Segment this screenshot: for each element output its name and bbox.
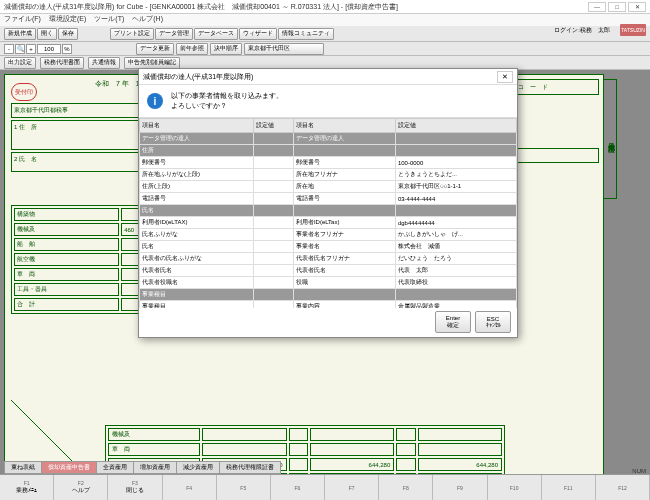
- loc-select[interactable]: 東京都千代田区: [244, 43, 324, 55]
- data-button[interactable]: データ管理: [155, 28, 193, 40]
- dialog-title: 減価償却の達人(平成31年度以降用): [143, 72, 253, 82]
- zoom-value[interactable]: 100: [37, 44, 61, 54]
- f11[interactable]: F11: [542, 475, 596, 500]
- tab-4[interactable]: 減少資産用: [176, 461, 220, 474]
- output-button[interactable]: 出力設定: [4, 57, 36, 69]
- zoom-out-button[interactable]: -: [4, 44, 14, 54]
- f5[interactable]: F5: [217, 475, 271, 500]
- menu-tool[interactable]: ツール(T): [94, 14, 124, 26]
- open-button[interactable]: 開く: [37, 28, 57, 40]
- print-button[interactable]: プリント設定: [110, 28, 154, 40]
- f6[interactable]: F6: [271, 475, 325, 500]
- tax-button[interactable]: 税務代理書面: [40, 57, 84, 69]
- minimize-button[interactable]: —: [588, 2, 606, 12]
- f9[interactable]: F9: [433, 475, 487, 500]
- zoom-controls: - 🔍 + 100 %: [4, 44, 72, 54]
- function-keys: F1業務ﾒﾆｭ F2ヘルプ F3閉じる F4 F5 F6 F7 F8 F9 F1…: [0, 474, 650, 500]
- maximize-button[interactable]: □: [608, 2, 626, 12]
- logo: TATSUZIN: [620, 24, 646, 36]
- zoom-in-button[interactable]: +: [26, 44, 36, 54]
- db-button[interactable]: データベース: [194, 28, 238, 40]
- f3[interactable]: F3閉じる: [108, 475, 162, 500]
- dialog-message: i 以下の事業者情報を取り込みます。よろしいですか？: [139, 85, 517, 118]
- prev-button[interactable]: 前年参照: [176, 43, 208, 55]
- f10[interactable]: F10: [488, 475, 542, 500]
- f1[interactable]: F1業務ﾒﾆｭ: [0, 475, 54, 500]
- zoom-fit-button[interactable]: 🔍: [15, 44, 25, 54]
- toolbar-1: 新規作成 開く 保存 プリント設定 データ管理 データベース ウィザード 情報コ…: [0, 26, 650, 42]
- shinkoku-button[interactable]: 申告先別諸員編記: [124, 57, 180, 69]
- stamp: 受付印: [11, 83, 37, 101]
- zoom-pct: %: [62, 44, 72, 54]
- tab-1[interactable]: 償却資産申告書: [41, 461, 97, 474]
- info-icon: i: [147, 93, 163, 109]
- enter-button[interactable]: Enter確定: [435, 311, 471, 333]
- status-num: NUM: [632, 468, 646, 474]
- common-button[interactable]: 共通情報: [88, 57, 120, 69]
- dialog-titlebar: 減価償却の達人(平成31年度以降用) ✕: [139, 69, 517, 85]
- close-button[interactable]: ✕: [628, 2, 646, 12]
- menubar: ファイル(F) 環境設定(E) ツール(T) ヘルプ(H): [0, 14, 650, 26]
- f7[interactable]: F7: [325, 475, 379, 500]
- menu-env[interactable]: 環境設定(E): [49, 14, 86, 26]
- tab-2[interactable]: 全資産用: [96, 461, 134, 474]
- f2[interactable]: F2ヘルプ: [54, 475, 108, 500]
- import-dialog: 減価償却の達人(平成31年度以降用) ✕ i 以下の事業者情報を取り込みます。よ…: [138, 68, 518, 338]
- tab-0[interactable]: 束ね表紙: [4, 461, 42, 474]
- side-vert: 第二十六号様式 提出用: [603, 79, 617, 199]
- app-title: 減価償却の達人(平成31年度以降用) for Cube - [GENKA0000…: [4, 2, 398, 12]
- window-titlebar: 減価償却の達人(平成31年度以降用) for Cube - [GENKA0000…: [0, 0, 650, 14]
- esc-button[interactable]: ESCｷｬﾝｾﾙ: [475, 311, 511, 333]
- wizard-button[interactable]: ウィザード: [239, 28, 277, 40]
- f8[interactable]: F8: [379, 475, 433, 500]
- f12[interactable]: F12: [596, 475, 650, 500]
- dialog-grid[interactable]: 項目名設定値項目名設定値 データ管理の達人データ管理の達人住所郵便番号郵便番号1…: [139, 118, 517, 308]
- new-button[interactable]: 新規作成: [4, 28, 36, 40]
- tab-5[interactable]: 税務代理権限証書: [219, 461, 281, 474]
- menu-file[interactable]: ファイル(F): [4, 14, 41, 26]
- sheet-tabs: 束ね表紙 償却資産申告書 全資産用 増加資産用 減少資産用 税務代理権限証書: [4, 461, 280, 474]
- toolbar-2: - 🔍 + 100 % データ更新 前年参照 決申順序 東京都千代田区: [0, 42, 650, 56]
- tab-3[interactable]: 増加資産用: [133, 461, 177, 474]
- seq-button[interactable]: 決申順序: [210, 43, 242, 55]
- f4[interactable]: F4: [163, 475, 217, 500]
- dialog-buttons: Enter確定 ESCｷｬﾝｾﾙ: [435, 311, 511, 333]
- save-button[interactable]: 保存: [58, 28, 78, 40]
- login-label: ログイン:税務 太郎: [554, 26, 610, 35]
- update-button[interactable]: データ更新: [136, 43, 174, 55]
- dialog-close-button[interactable]: ✕: [497, 71, 513, 83]
- menu-help[interactable]: ヘルプ(H): [132, 14, 163, 26]
- community-button[interactable]: 情報コミュニティ: [278, 28, 334, 40]
